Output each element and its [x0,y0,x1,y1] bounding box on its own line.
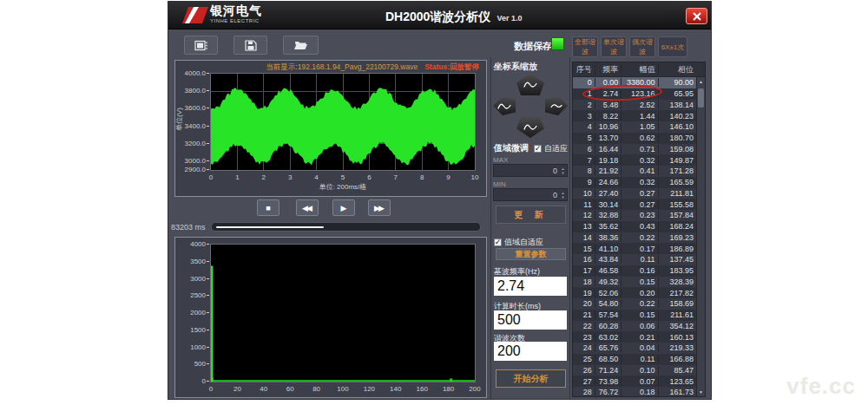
table-scrollbar[interactable]: ▲ ▼ [696,77,705,396]
axis-tick-label: 80 [308,385,326,393]
reset-params-button[interactable]: 重置参数 [496,248,566,260]
table-row[interactable]: 1335.620.43168.24 [573,221,696,232]
auto-adapt-checkbox[interactable]: ✓ [534,145,542,153]
table-cell: 328.39 [658,278,696,286]
harmonic-filter-all-button[interactable]: 全部谐波 [572,36,598,57]
table-cell: 0.04 [621,343,657,352]
table-cell: 7 [573,156,595,165]
save-button[interactable] [233,36,267,55]
fundamental-freq-input[interactable]: 2.74 [494,277,567,296]
table-row[interactable]: 2773.980.07123.65 [573,376,696,387]
table-cell: 23 [573,333,595,342]
axis-tick-label: 3000.0 [185,157,206,165]
table-cell: 25 [573,355,595,363]
table-cell: 0.15 [621,278,657,286]
brand-name: 银河电气 [210,4,262,16]
harmonic-filter-even-button[interactable]: 偶次谐波 [629,36,655,57]
axis-tick-label: 0 [202,385,220,393]
axis-tick-label: 0 [202,173,220,181]
table-row[interactable]: 2054.800.22158.69 [573,298,696,310]
zoom-right-button[interactable] [545,96,568,115]
playback-progress-bar[interactable] [211,222,481,232]
table-row[interactable]: 38.221.44140.23 [573,110,696,121]
table-row[interactable]: 1849.320.15328.39 [573,277,696,288]
table-cell: 19.18 [595,156,621,165]
table-row[interactable]: 821.920.41171.28 [573,166,696,177]
scroll-up-icon[interactable]: ▲ [697,79,705,84]
table-row[interactable]: 1643.840.11137.45 [573,254,696,265]
waveform-y-axis: 4000.03800.03600.03400.03200.03000.02900… [175,73,208,171]
device-button[interactable] [184,36,218,55]
spinner-down-icon: ▼ [562,171,565,174]
table-row[interactable]: 924.660.32165.59 [573,177,696,188]
axis-tick-label: 100 [334,385,352,393]
table-row[interactable]: 2465.760.04219.33 [573,343,696,354]
table-cell: 159.08 [658,145,696,154]
table-cell: 12 [573,211,595,219]
table-row[interactable]: 1232.880.23157.84 [573,210,696,221]
table-row[interactable]: 2363.020.21160.13 [573,331,696,343]
table-cell: 21.92 [595,167,621,175]
table-cell: 4 [573,122,595,131]
play-icon: ▶ [341,204,347,212]
scroll-down-icon[interactable]: ▼ [697,389,705,395]
value-auto-range-checkbox[interactable]: ✓ [494,238,502,246]
table-row[interactable]: 1438.360.22169.23 [573,232,696,244]
waveform-plot[interactable] [210,73,476,171]
table-row[interactable]: 00.003380.0090.00 [573,77,696,88]
elapsed-time-label: 83203 ms [171,223,206,232]
table-row[interactable]: 1130.140.27155.58 [573,199,696,210]
zoom-up-button[interactable] [516,74,544,95]
table-row[interactable]: 2671.240.1085.47 [573,365,696,376]
axis-tick-label: 200 [466,385,483,393]
min-input[interactable]: 0 ▲ ▼ [493,188,568,201]
table-row[interactable]: 719.180.32149.87 [573,154,696,166]
scrollbar-thumb[interactable] [698,88,704,108]
zoom-down-button[interactable] [516,116,544,138]
table-row[interactable]: 513.700.62180.70 [573,133,696,144]
table-row[interactable]: 25.482.52138.14 [573,100,696,111]
rewind-button[interactable]: ◀◀ [296,199,319,216]
update-button[interactable]: 更 新 [496,206,566,224]
table-row[interactable]: 2157.540.15211.61 [573,310,696,321]
table-cell: 0.32 [621,156,657,165]
calc-duration-input[interactable]: 500 [494,310,567,330]
table-row[interactable]: 2876.720.18161.73 [573,387,696,397]
table-row[interactable]: 410.961.05146.10 [573,121,696,133]
table-row[interactable]: 2260.280.06354.12 [573,321,696,332]
harmonic-filter-single-button[interactable]: 单次谐波 [601,36,627,57]
table-cell: 0.32 [621,178,657,186]
table-cell: 65.76 [595,343,621,352]
harmonic-filter-6x1-button[interactable]: 6X±1次 [658,36,687,57]
table-row[interactable]: 1541.100.17186.89 [573,243,696,254]
table-row[interactable]: 1027.400.27211.81 [573,188,696,199]
fast-forward-button[interactable]: ▶▶ [368,199,391,216]
axis-tick-label: 2000 [190,309,206,317]
table-cell: 158.69 [658,299,696,308]
axis-tick-label: 3600.0 [185,104,206,112]
table-row[interactable]: 12.74123.1665.95 [573,88,696,100]
open-folder-button[interactable] [283,36,319,55]
spectrum-plot[interactable] [210,244,476,382]
max-input[interactable]: 0 ▲ ▼ [493,164,568,177]
min-stepper[interactable]: ▲ ▼ [559,191,567,199]
table-cell: 5.48 [595,101,621,109]
column-header-phase: 相位 [658,64,696,75]
save-indicator-led[interactable] [551,37,564,50]
table-cell: 140.23 [658,112,696,121]
max-stepper[interactable]: ▲ ▼ [559,167,567,175]
table-cell: 26 [573,366,595,375]
table-cell: 19 [573,289,595,297]
play-button[interactable]: ▶ [332,199,355,216]
table-row[interactable]: 1746.580.16183.95 [573,265,696,277]
close-button[interactable] [686,8,707,24]
table-cell: 0.18 [621,388,657,396]
stop-button[interactable]: ■ [257,199,279,216]
table-cell: 2 [573,101,595,109]
table-row[interactable]: 1952.060.20217.82 [573,287,696,298]
harmonic-count-input[interactable]: 200 [494,342,567,361]
table-row[interactable]: 2568.500.11166.88 [573,354,696,365]
zoom-left-button[interactable] [493,96,516,115]
start-analysis-button[interactable]: 开始分析 [496,369,566,388]
table-row[interactable]: 616.440.71159.08 [573,144,696,155]
